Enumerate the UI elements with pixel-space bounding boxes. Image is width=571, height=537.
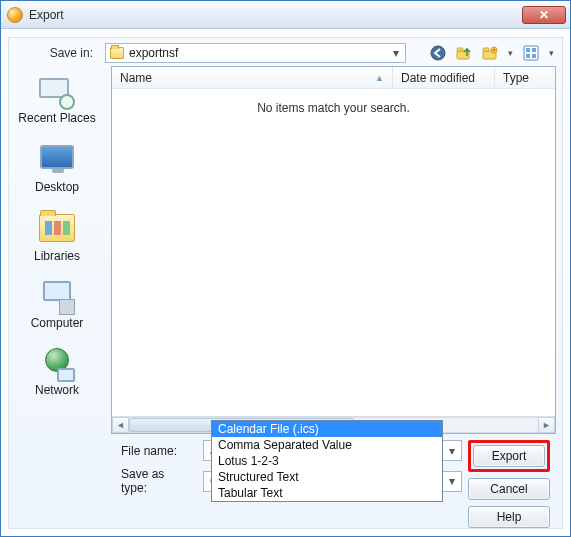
save-in-combo[interactable]: exportnsf ▾	[105, 43, 406, 63]
place-desktop-label: Desktop	[16, 181, 98, 194]
file-name-label: File name:	[117, 444, 197, 458]
save-in-label: Save in:	[19, 46, 99, 60]
column-name[interactable]: Name ▲	[112, 67, 393, 88]
chevron-down-icon[interactable]: ▾	[445, 474, 459, 488]
save-type-dropdown-list[interactable]: Calendar File (.ics)Comma Separated Valu…	[211, 420, 443, 502]
libraries-icon	[37, 214, 77, 248]
save-type-option[interactable]: Tabular Text	[212, 485, 442, 501]
svg-point-0	[431, 46, 445, 60]
scroll-right-arrow[interactable]: ►	[538, 417, 555, 433]
place-libraries[interactable]: Libraries	[14, 208, 100, 267]
new-folder-icon	[482, 45, 498, 61]
save-type-option[interactable]: Structured Text	[212, 469, 442, 485]
app-icon	[7, 7, 23, 23]
column-date-label: Date modified	[401, 71, 475, 85]
place-recent[interactable]: Recent Places	[14, 72, 100, 129]
back-button[interactable]	[428, 43, 448, 63]
scroll-left-arrow[interactable]: ◄	[112, 417, 129, 433]
network-icon	[37, 348, 77, 382]
recent-places-icon	[37, 76, 77, 110]
place-network-label: Network	[16, 384, 98, 397]
dialog-body: Save in: exportnsf ▾ ▾ ▾	[8, 37, 563, 529]
window-title: Export	[29, 8, 522, 22]
column-header-row: Name ▲ Date modified Type	[112, 67, 555, 89]
svg-rect-4	[483, 48, 489, 51]
file-list: Name ▲ Date modified Type No items match…	[111, 66, 556, 434]
save-type-label: Save as type:	[117, 467, 197, 495]
svg-rect-7	[526, 48, 530, 52]
place-computer[interactable]: Computer	[14, 277, 100, 334]
view-menu-dropdown[interactable]: ▾	[547, 48, 556, 58]
export-highlight: Export	[468, 440, 550, 472]
view-menu-button[interactable]	[521, 43, 541, 63]
view-icon	[523, 45, 539, 61]
export-dialog: Export ✕ Save in: exportnsf ▾ ▾	[0, 0, 571, 537]
save-in-toolbar: Save in: exportnsf ▾ ▾ ▾	[9, 38, 562, 66]
column-date[interactable]: Date modified	[393, 67, 495, 88]
up-folder-icon	[456, 45, 472, 61]
folder-icon	[110, 47, 124, 59]
place-network[interactable]: Network	[14, 344, 100, 401]
place-desktop[interactable]: Desktop	[14, 139, 100, 198]
back-icon	[430, 45, 446, 61]
chevron-down-icon[interactable]: ▾	[389, 46, 403, 60]
svg-rect-10	[532, 54, 536, 58]
save-in-value: exportnsf	[129, 46, 389, 60]
svg-rect-2	[457, 48, 463, 51]
save-type-option[interactable]: Comma Separated Value	[212, 437, 442, 453]
chevron-down-icon[interactable]: ▾	[445, 444, 459, 458]
cancel-button[interactable]: Cancel	[468, 478, 550, 500]
desktop-icon	[37, 145, 77, 179]
svg-rect-9	[526, 54, 530, 58]
column-name-label: Name	[120, 71, 152, 85]
help-button[interactable]: Help	[468, 506, 550, 528]
places-bar: Recent Places Desktop Libraries Computer…	[9, 66, 105, 528]
column-type-label: Type	[503, 71, 529, 85]
action-buttons: Export Cancel Help	[468, 434, 556, 528]
new-folder-dropdown[interactable]: ▾	[506, 48, 515, 58]
new-folder-button[interactable]	[480, 43, 500, 63]
svg-rect-8	[532, 48, 536, 52]
up-button[interactable]	[454, 43, 474, 63]
column-type[interactable]: Type	[495, 67, 555, 88]
close-icon: ✕	[539, 8, 549, 22]
place-computer-label: Computer	[16, 317, 98, 330]
export-button[interactable]: Export	[473, 445, 545, 467]
file-list-body[interactable]: No items match your search.	[112, 89, 555, 416]
place-recent-label: Recent Places	[16, 112, 98, 125]
empty-message: No items match your search.	[112, 89, 555, 115]
save-type-option[interactable]: Lotus 1-2-3	[212, 453, 442, 469]
save-type-option[interactable]: Calendar File (.ics)	[212, 421, 442, 437]
close-button[interactable]: ✕	[522, 6, 566, 24]
sort-ascending-icon: ▲	[375, 73, 384, 83]
titlebar: Export ✕	[1, 1, 570, 29]
computer-icon	[37, 281, 77, 315]
place-libraries-label: Libraries	[16, 250, 98, 263]
